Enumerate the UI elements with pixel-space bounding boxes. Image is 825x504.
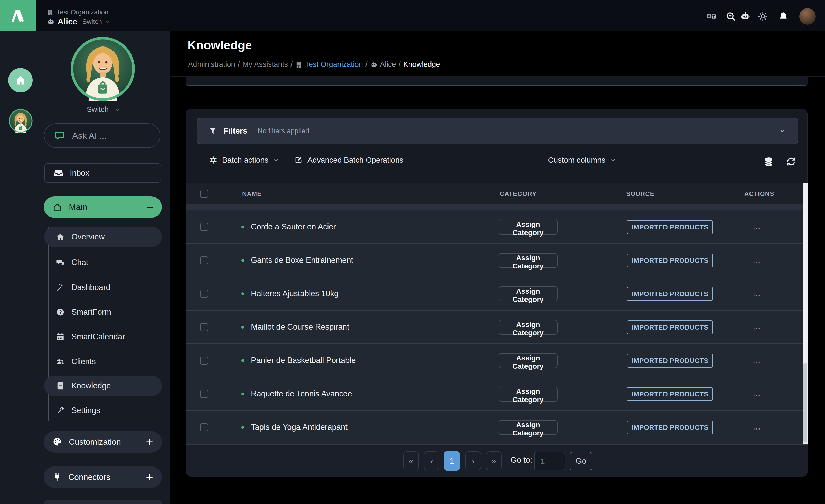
sidebar: Switch Inbox Main − Overview Chat Dashbo… <box>36 31 170 504</box>
row-checkbox[interactable] <box>200 423 208 431</box>
row-actions-menu-icon[interactable]: ⋯ <box>753 291 761 299</box>
ask-ai-input[interactable] <box>72 131 150 141</box>
table-scrollbar-thumb[interactable] <box>804 363 807 443</box>
table-row[interactable]: Corde a Sauter en Acier Assign Category … <box>186 210 803 244</box>
question-icon <box>56 308 65 316</box>
sidebar-item-overview[interactable]: Overview <box>44 227 162 247</box>
row-actions-menu-icon[interactable]: ⋯ <box>753 357 761 366</box>
breadcrumb-my-assistants[interactable]: My Assistants <box>242 60 288 69</box>
switch-assistant[interactable]: Switch <box>36 105 170 114</box>
translate-icon[interactable] <box>704 9 719 24</box>
ask-ai-input-wrap[interactable] <box>44 123 160 148</box>
inbox-button[interactable]: Inbox <box>44 163 161 183</box>
row-name[interactable]: Gants de Boxe Entrainement <box>251 256 353 265</box>
table-row[interactable]: Raquette de Tennis Avancee Assign Catego… <box>186 377 803 411</box>
database-icon[interactable] <box>764 157 774 167</box>
sidebar-item-clients[interactable]: Clients <box>44 351 162 372</box>
assign-category-button[interactable]: Assign Category <box>499 320 557 335</box>
assign-category-button[interactable]: Assign Category <box>499 386 557 402</box>
row-name[interactable]: Maillot de Course Respirant <box>251 322 349 332</box>
next-page-button[interactable]: › <box>465 451 481 471</box>
breadcrumb-administration[interactable]: Administration <box>188 60 235 69</box>
table-row[interactable]: Gants de Boxe Entrainement Assign Catego… <box>186 244 803 277</box>
source-badge: IMPORTED PRODUCTS <box>627 354 713 368</box>
row-actions-menu-icon[interactable]: ⋯ <box>753 391 761 400</box>
go-button[interactable]: Go <box>570 452 592 471</box>
assign-category-button[interactable]: Assign Category <box>499 253 557 268</box>
custom-columns-button[interactable]: Custom columns <box>548 156 616 164</box>
breadcrumb-separator: / <box>291 60 293 69</box>
sidebar-section-customization[interactable]: Customization + <box>44 431 162 453</box>
row-name[interactable]: Halteres Ajustables 10kg <box>251 289 339 298</box>
zoom-icon[interactable] <box>724 9 738 24</box>
org-context[interactable]: Test Organization <box>47 8 108 16</box>
advanced-batch-label: Advanced Batch Operations <box>307 156 403 164</box>
filters-label: Filters <box>223 126 247 136</box>
rail-home-button[interactable] <box>8 68 32 92</box>
row-checkbox[interactable] <box>200 390 208 398</box>
sidebar-section-connectors[interactable]: Connectors + <box>44 466 162 488</box>
refresh-icon[interactable] <box>786 157 796 166</box>
row-actions-menu-icon[interactable]: ⋯ <box>753 424 761 433</box>
table-row[interactable]: Maillot de Course Respirant Assign Categ… <box>186 310 803 344</box>
chevron-down-icon[interactable] <box>778 127 786 135</box>
column-header-name: NAME <box>242 190 261 198</box>
theme-sun-icon[interactable] <box>756 9 770 24</box>
sidebar-item-smartcalendar[interactable]: SmartCalendar <box>44 327 162 347</box>
first-page-button[interactable]: « <box>403 451 419 471</box>
row-name[interactable]: Panier de Basketball Portable <box>251 356 356 365</box>
row-actions-menu-icon[interactable]: ⋯ <box>753 224 761 233</box>
row-actions-menu-icon[interactable]: ⋯ <box>753 324 761 333</box>
ai-robot-icon[interactable] <box>738 9 753 24</box>
filters-bar[interactable]: Filters No filters applied <box>197 118 798 144</box>
table-row[interactable]: Halteres Ajustables 10kg Assign Category… <box>186 277 803 310</box>
sidebar-item-dashboard[interactable]: Dashboard <box>44 277 162 298</box>
breadcrumb-alice[interactable]: Alice <box>380 60 396 69</box>
sidebar-item-smartform[interactable]: SmartForm <box>44 302 162 322</box>
row-actions-menu-icon[interactable]: ⋯ <box>753 257 761 266</box>
user-avatar[interactable] <box>799 8 816 25</box>
assistant-switcher[interactable]: Alice Switch <box>47 17 111 26</box>
row-name[interactable]: Corde a Sauter en Acier <box>251 222 336 231</box>
home-icon <box>56 232 65 241</box>
table-scrollbar-track[interactable] <box>803 183 808 444</box>
notifications-bell-icon[interactable] <box>776 9 791 24</box>
row-checkbox[interactable] <box>200 290 208 298</box>
chat-bubble-icon <box>54 130 65 141</box>
select-all-checkbox[interactable] <box>200 190 208 198</box>
sidebar-item-knowledge[interactable]: Knowledge <box>44 375 162 396</box>
home-outline-icon <box>52 202 62 212</box>
table-row[interactable]: Panier de Basketball Portable Assign Cat… <box>186 344 803 377</box>
chat-icon <box>56 258 65 267</box>
column-header-source: SOURCE <box>626 190 655 198</box>
sidebar-item-chat[interactable]: Chat <box>44 252 162 273</box>
app-logo[interactable] <box>0 0 36 31</box>
row-checkbox[interactable] <box>200 323 208 331</box>
assign-category-button[interactable]: Assign Category <box>499 220 557 234</box>
sidebar-item-label: Dashboard <box>71 283 110 292</box>
assign-category-button[interactable]: Assign Category <box>499 286 557 301</box>
goto-page-input[interactable] <box>534 452 565 471</box>
row-name[interactable]: Tapis de Yoga Antiderapant <box>251 423 348 432</box>
assign-category-button[interactable]: Assign Category <box>499 353 557 368</box>
current-page-button[interactable]: 1 <box>444 451 460 471</box>
breadcrumb-test-organization[interactable]: Test Organization <box>305 60 363 69</box>
row-checkbox[interactable] <box>200 357 208 364</box>
table-row[interactable]: Tapis de Yoga Antiderapant Assign Catego… <box>186 411 803 444</box>
plug-icon <box>52 473 62 482</box>
sidebar-item-settings[interactable]: Settings <box>44 400 162 421</box>
assign-category-button[interactable]: Assign Category <box>499 420 557 435</box>
assistant-avatar[interactable] <box>70 37 135 101</box>
advanced-batch-operations-button[interactable]: Advanced Batch Operations <box>294 156 403 164</box>
row-name[interactable]: Raquette de Tennis Avancee <box>251 389 352 399</box>
prev-page-button[interactable]: ‹ <box>424 451 440 471</box>
row-checkbox[interactable] <box>200 223 208 231</box>
batch-actions-button[interactable]: Batch actions <box>209 156 279 164</box>
org-name: Test Organization <box>57 8 108 16</box>
rail-assistant-avatar[interactable] <box>9 109 32 133</box>
row-checkbox[interactable] <box>200 257 208 264</box>
edit-square-icon <box>294 156 303 164</box>
breadcrumb-separator: / <box>238 60 240 69</box>
sidebar-section-main[interactable]: Main − <box>44 196 162 218</box>
last-page-button[interactable]: » <box>486 451 502 471</box>
